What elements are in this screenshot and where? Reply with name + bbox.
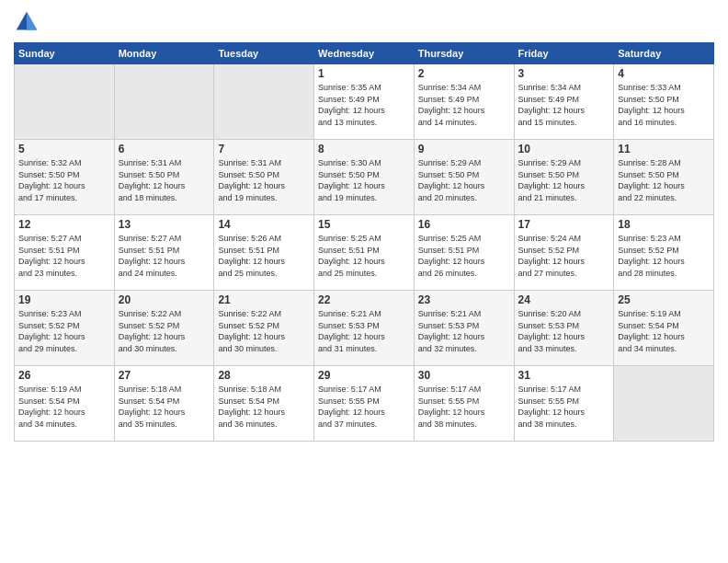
weekday-header-thursday: Thursday	[414, 43, 514, 64]
calendar-cell	[614, 366, 714, 442]
weekday-header-friday: Friday	[514, 43, 614, 64]
day-number: 28	[218, 369, 310, 382]
day-info: Sunrise: 5:29 AM Sunset: 5:50 PM Dayligh…	[518, 157, 610, 203]
calendar-cell	[214, 64, 314, 140]
day-info: Sunrise: 5:34 AM Sunset: 5:49 PM Dayligh…	[418, 82, 510, 128]
calendar-cell: 17Sunrise: 5:24 AM Sunset: 5:52 PM Dayli…	[514, 215, 614, 291]
calendar-cell: 9Sunrise: 5:29 AM Sunset: 5:50 PM Daylig…	[414, 140, 514, 215]
calendar-cell: 12Sunrise: 5:27 AM Sunset: 5:51 PM Dayli…	[15, 215, 115, 291]
weekday-header-sunday: Sunday	[15, 43, 115, 64]
calendar-cell: 3Sunrise: 5:34 AM Sunset: 5:49 PM Daylig…	[514, 64, 614, 140]
calendar-cell: 26Sunrise: 5:19 AM Sunset: 5:54 PM Dayli…	[15, 366, 115, 442]
calendar-cell: 27Sunrise: 5:18 AM Sunset: 5:54 PM Dayli…	[114, 366, 214, 442]
day-number: 3	[518, 67, 610, 80]
day-number: 29	[318, 369, 410, 382]
weekday-header-monday: Monday	[114, 43, 214, 64]
calendar-cell: 28Sunrise: 5:18 AM Sunset: 5:54 PM Dayli…	[214, 366, 314, 442]
calendar-cell: 29Sunrise: 5:17 AM Sunset: 5:55 PM Dayli…	[314, 366, 415, 442]
calendar-cell: 19Sunrise: 5:23 AM Sunset: 5:52 PM Dayli…	[15, 291, 115, 366]
calendar-cell: 14Sunrise: 5:26 AM Sunset: 5:51 PM Dayli…	[214, 215, 314, 291]
day-number: 18	[618, 218, 710, 231]
day-number: 26	[18, 369, 110, 382]
week-row-3: 12Sunrise: 5:27 AM Sunset: 5:51 PM Dayli…	[15, 215, 714, 291]
day-info: Sunrise: 5:17 AM Sunset: 5:55 PM Dayligh…	[318, 384, 410, 430]
day-info: Sunrise: 5:34 AM Sunset: 5:49 PM Dayligh…	[518, 82, 610, 128]
day-number: 11	[618, 143, 710, 155]
day-number: 22	[318, 293, 410, 306]
day-info: Sunrise: 5:27 AM Sunset: 5:51 PM Dayligh…	[119, 233, 210, 279]
day-info: Sunrise: 5:24 AM Sunset: 5:52 PM Dayligh…	[518, 233, 610, 279]
day-number: 23	[418, 293, 510, 306]
calendar-cell	[114, 64, 214, 140]
day-info: Sunrise: 5:22 AM Sunset: 5:52 PM Dayligh…	[119, 308, 210, 354]
day-info: Sunrise: 5:32 AM Sunset: 5:50 PM Dayligh…	[18, 157, 110, 203]
day-info: Sunrise: 5:18 AM Sunset: 5:54 PM Dayligh…	[119, 384, 210, 430]
weekday-header-saturday: Saturday	[614, 43, 714, 64]
day-number: 13	[119, 218, 210, 231]
calendar-cell: 4Sunrise: 5:33 AM Sunset: 5:50 PM Daylig…	[614, 64, 714, 140]
calendar-cell: 30Sunrise: 5:17 AM Sunset: 5:55 PM Dayli…	[414, 366, 514, 442]
day-info: Sunrise: 5:33 AM Sunset: 5:50 PM Dayligh…	[618, 82, 710, 128]
weekday-header-wednesday: Wednesday	[314, 43, 415, 64]
calendar-cell: 23Sunrise: 5:21 AM Sunset: 5:53 PM Dayli…	[414, 291, 514, 366]
day-number: 31	[518, 369, 610, 382]
day-info: Sunrise: 5:21 AM Sunset: 5:53 PM Dayligh…	[318, 308, 410, 354]
logo-icon	[14, 9, 40, 35]
week-row-2: 5Sunrise: 5:32 AM Sunset: 5:50 PM Daylig…	[15, 140, 714, 215]
day-info: Sunrise: 5:22 AM Sunset: 5:52 PM Dayligh…	[218, 308, 310, 354]
day-info: Sunrise: 5:21 AM Sunset: 5:53 PM Dayligh…	[418, 308, 510, 354]
day-number: 21	[218, 293, 310, 306]
day-info: Sunrise: 5:20 AM Sunset: 5:53 PM Dayligh…	[518, 308, 610, 354]
day-number: 5	[18, 143, 110, 155]
day-number: 16	[418, 218, 510, 231]
calendar-header-row: SundayMondayTuesdayWednesdayThursdayFrid…	[15, 43, 714, 64]
day-number: 19	[18, 293, 110, 306]
day-info: Sunrise: 5:28 AM Sunset: 5:50 PM Dayligh…	[618, 157, 710, 203]
day-info: Sunrise: 5:19 AM Sunset: 5:54 PM Dayligh…	[18, 384, 110, 430]
page: SundayMondayTuesdayWednesdayThursdayFrid…	[0, 0, 728, 563]
calendar-cell: 5Sunrise: 5:32 AM Sunset: 5:50 PM Daylig…	[15, 140, 115, 215]
day-number: 30	[418, 369, 510, 382]
day-info: Sunrise: 5:17 AM Sunset: 5:55 PM Dayligh…	[518, 384, 610, 430]
logo	[14, 9, 43, 35]
day-info: Sunrise: 5:29 AM Sunset: 5:50 PM Dayligh…	[418, 157, 510, 203]
week-row-4: 19Sunrise: 5:23 AM Sunset: 5:52 PM Dayli…	[15, 291, 714, 366]
calendar-cell: 11Sunrise: 5:28 AM Sunset: 5:50 PM Dayli…	[614, 140, 714, 215]
calendar-cell: 16Sunrise: 5:25 AM Sunset: 5:51 PM Dayli…	[414, 215, 514, 291]
day-info: Sunrise: 5:31 AM Sunset: 5:50 PM Dayligh…	[119, 157, 210, 203]
calendar-cell: 13Sunrise: 5:27 AM Sunset: 5:51 PM Dayli…	[114, 215, 214, 291]
day-number: 4	[618, 67, 710, 80]
calendar-cell: 20Sunrise: 5:22 AM Sunset: 5:52 PM Dayli…	[114, 291, 214, 366]
calendar-cell: 10Sunrise: 5:29 AM Sunset: 5:50 PM Dayli…	[514, 140, 614, 215]
day-number: 15	[318, 218, 410, 231]
day-info: Sunrise: 5:23 AM Sunset: 5:52 PM Dayligh…	[18, 308, 110, 354]
day-number: 20	[119, 293, 210, 306]
day-number: 25	[618, 293, 710, 306]
day-number: 8	[318, 143, 410, 155]
day-info: Sunrise: 5:19 AM Sunset: 5:54 PM Dayligh…	[618, 308, 710, 354]
day-info: Sunrise: 5:17 AM Sunset: 5:55 PM Dayligh…	[418, 384, 510, 430]
day-info: Sunrise: 5:31 AM Sunset: 5:50 PM Dayligh…	[218, 157, 310, 203]
day-number: 17	[518, 218, 610, 231]
day-number: 12	[18, 218, 110, 231]
calendar-cell: 18Sunrise: 5:23 AM Sunset: 5:52 PM Dayli…	[614, 215, 714, 291]
day-number: 27	[119, 369, 210, 382]
day-info: Sunrise: 5:30 AM Sunset: 5:50 PM Dayligh…	[318, 157, 410, 203]
day-info: Sunrise: 5:35 AM Sunset: 5:49 PM Dayligh…	[318, 82, 410, 128]
calendar-cell: 7Sunrise: 5:31 AM Sunset: 5:50 PM Daylig…	[214, 140, 314, 215]
day-info: Sunrise: 5:27 AM Sunset: 5:51 PM Dayligh…	[18, 233, 110, 279]
day-info: Sunrise: 5:25 AM Sunset: 5:51 PM Dayligh…	[418, 233, 510, 279]
calendar-cell: 31Sunrise: 5:17 AM Sunset: 5:55 PM Dayli…	[514, 366, 614, 442]
calendar-cell: 22Sunrise: 5:21 AM Sunset: 5:53 PM Dayli…	[314, 291, 415, 366]
day-number: 10	[518, 143, 610, 155]
week-row-5: 26Sunrise: 5:19 AM Sunset: 5:54 PM Dayli…	[15, 366, 714, 442]
day-number: 7	[218, 143, 310, 155]
calendar-cell: 24Sunrise: 5:20 AM Sunset: 5:53 PM Dayli…	[514, 291, 614, 366]
svg-marker-1	[27, 12, 37, 30]
day-info: Sunrise: 5:26 AM Sunset: 5:51 PM Dayligh…	[218, 233, 310, 279]
calendar-cell: 8Sunrise: 5:30 AM Sunset: 5:50 PM Daylig…	[314, 140, 415, 215]
day-info: Sunrise: 5:23 AM Sunset: 5:52 PM Dayligh…	[618, 233, 710, 279]
day-info: Sunrise: 5:18 AM Sunset: 5:54 PM Dayligh…	[218, 384, 310, 430]
calendar-cell: 1Sunrise: 5:35 AM Sunset: 5:49 PM Daylig…	[314, 64, 415, 140]
calendar-cell: 6Sunrise: 5:31 AM Sunset: 5:50 PM Daylig…	[114, 140, 214, 215]
